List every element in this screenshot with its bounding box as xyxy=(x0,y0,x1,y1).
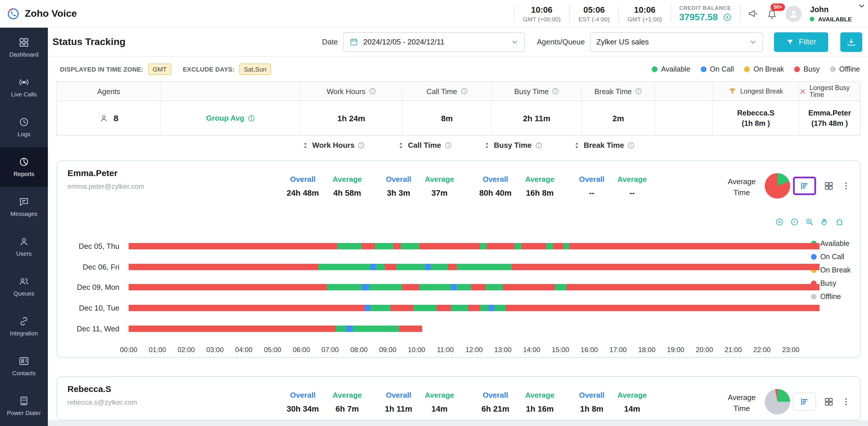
date-label: Date xyxy=(322,37,338,46)
timeline-segment-busy xyxy=(393,243,401,250)
sort-call-time[interactable]: Call Time xyxy=(397,141,451,149)
legend-label: Busy xyxy=(820,279,836,287)
info-icon[interactable] xyxy=(358,142,365,149)
sidebar-item-users[interactable]: Users xyxy=(0,227,48,267)
agents-queue-select[interactable]: Zylker US sales xyxy=(590,32,763,52)
collapse-header-chevron-icon[interactable] xyxy=(858,2,866,10)
timeline-segment-available xyxy=(396,264,425,270)
sidebar-item-label: Users xyxy=(16,251,32,257)
sidebar-item-label: Live Calls xyxy=(11,91,37,98)
download-button[interactable] xyxy=(840,32,862,52)
timeline-bar xyxy=(129,325,819,332)
info-icon[interactable] xyxy=(535,142,542,149)
average-label: Average xyxy=(415,391,464,399)
sidebar-item-contacts[interactable]: Contacts xyxy=(0,346,48,386)
top-bar: Zoho Voice 10:06 GMT (+00:00) 05:06 EST … xyxy=(0,0,868,28)
avatar[interactable] xyxy=(786,5,802,22)
availability-status-dot xyxy=(810,17,815,21)
x-axis-tick: 17:00 xyxy=(609,346,627,354)
filter-button-label: Filter xyxy=(799,37,816,46)
sidebar-item-queues[interactable]: Queues xyxy=(0,267,48,307)
sidebar-item-integration[interactable]: Integration xyxy=(0,307,48,346)
bar-chart-icon xyxy=(799,397,810,407)
legend-item-offline: Offline xyxy=(830,65,860,73)
timeline-view-button[interactable] xyxy=(793,393,816,411)
date-range-select[interactable]: 2024/12/05 - 2024/12/11 xyxy=(343,32,525,52)
live-calls-icon xyxy=(19,77,29,88)
average-label: Average xyxy=(415,175,464,183)
contacts-icon xyxy=(19,356,29,367)
sidebar-item-live-calls[interactable]: Live Calls xyxy=(0,67,48,107)
info-icon[interactable] xyxy=(552,88,559,95)
info-icon[interactable] xyxy=(369,88,376,95)
agent-card-rebecca: Rebecca.S rebecca.s@zylker.com Overall30… xyxy=(57,376,861,420)
sidebar-item-messages[interactable]: Messages xyxy=(0,187,48,227)
timeline-segment-available xyxy=(419,284,451,291)
timeline-bar xyxy=(129,264,819,270)
info-icon[interactable] xyxy=(627,142,634,149)
work-hours-value-cell: 1h 24m xyxy=(301,101,403,135)
user-menu[interactable]: John AVAILABLE xyxy=(810,5,853,22)
app-logo[interactable]: Zoho Voice xyxy=(0,7,77,20)
agent-count-cell: 8 xyxy=(57,101,161,135)
busy-time-value-cell: 2h 11m xyxy=(492,101,582,135)
x-axis-tick: 11:00 xyxy=(437,346,454,354)
timeline-segment-busy xyxy=(129,325,336,332)
timeline-segment-busy xyxy=(522,243,546,250)
timeline-row: Dec 11, Wed xyxy=(57,318,818,339)
user-name: John xyxy=(810,5,852,13)
average-label: Average xyxy=(516,391,564,399)
pan-hand-icon[interactable] xyxy=(820,218,829,226)
agent-name: Rebecca.S xyxy=(67,384,111,394)
average-time-label: Average Time xyxy=(723,393,760,414)
zoom-out-icon[interactable] xyxy=(790,218,799,226)
timeline-segment-available xyxy=(480,243,487,250)
timeline-view-button[interactable] xyxy=(793,177,816,195)
timeline-segment-available xyxy=(494,305,506,311)
sidebar-item-logs[interactable]: Logs xyxy=(0,107,48,147)
work-hours-overall: 24h 48m xyxy=(279,188,327,197)
sidebar-item-dashboard[interactable]: Dashboard xyxy=(0,28,48,67)
timeline-segment-busy xyxy=(129,305,365,311)
legend-dot xyxy=(652,66,658,72)
table-view-button[interactable] xyxy=(824,397,834,407)
sidebar-item-reports[interactable]: Reports xyxy=(0,147,48,187)
legend-dot xyxy=(830,66,836,72)
sort-busy-time[interactable]: Busy Time xyxy=(483,141,542,149)
timeline-segment-available xyxy=(546,243,553,250)
more-options-button[interactable] xyxy=(841,397,851,406)
clock-time: 10:06 xyxy=(634,5,655,14)
header-agents: Agents xyxy=(57,82,161,101)
info-icon[interactable] xyxy=(635,88,642,95)
timeline-segment-oncall xyxy=(425,264,431,270)
timeline-row-label: Dec 09, Mon xyxy=(57,283,119,292)
sidebar-item-power-dialer[interactable]: Power Dialer xyxy=(0,386,48,426)
zoom-select-icon[interactable] xyxy=(805,218,814,226)
sort-row: Work Hours Call Time Busy Time Break Tim… xyxy=(48,139,868,155)
timeline-segment-busy xyxy=(402,284,419,291)
more-options-button[interactable] xyxy=(841,181,851,191)
agent-count: 8 xyxy=(114,113,119,123)
table-view-button[interactable] xyxy=(824,181,834,191)
header-longest-break: Longest Break xyxy=(713,82,799,101)
info-icon[interactable] xyxy=(461,88,467,95)
page-background-strip xyxy=(48,420,868,426)
sort-work-hours[interactable]: Work Hours xyxy=(302,141,365,149)
sort-break-time[interactable]: Break Time xyxy=(573,141,634,149)
add-credit-icon[interactable] xyxy=(723,13,732,22)
zoom-in-icon[interactable] xyxy=(775,218,784,226)
notifications-bell[interactable]: 50+ xyxy=(767,8,778,19)
filter-button[interactable]: Filter xyxy=(774,32,828,52)
header-spacer xyxy=(161,82,301,101)
reset-home-icon[interactable] xyxy=(835,218,844,226)
announcements-icon[interactable] xyxy=(748,8,759,19)
average-time-pie-chart xyxy=(765,389,790,415)
header-longest-busy-time: Longest Busy Time xyxy=(799,82,860,101)
sidebar-item-label: Dashboard xyxy=(9,52,39,58)
top-bar-icons: 50+ John AVAILABLE xyxy=(741,5,858,22)
info-icon[interactable] xyxy=(248,115,255,121)
header-work-hours: Work Hours xyxy=(301,82,403,101)
info-icon[interactable] xyxy=(445,142,452,149)
x-axis-tick: 00:00 xyxy=(120,346,137,354)
crossed-utensils-icon xyxy=(799,87,806,95)
